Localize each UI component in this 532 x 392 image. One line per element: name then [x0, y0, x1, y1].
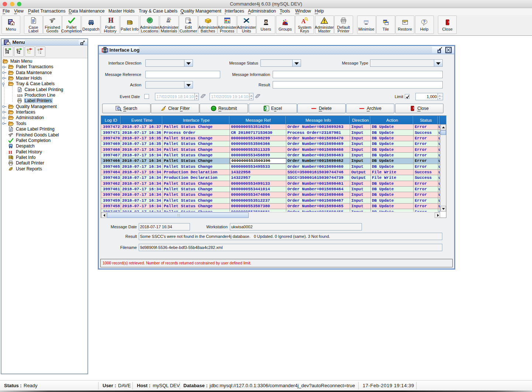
svg-text:X: X — [264, 107, 267, 111]
svg-text:H: H — [108, 17, 113, 24]
svg-text:123: 123 — [17, 94, 23, 97]
svg-text:?: ? — [423, 20, 426, 24]
svg-text:H: H — [8, 149, 12, 155]
